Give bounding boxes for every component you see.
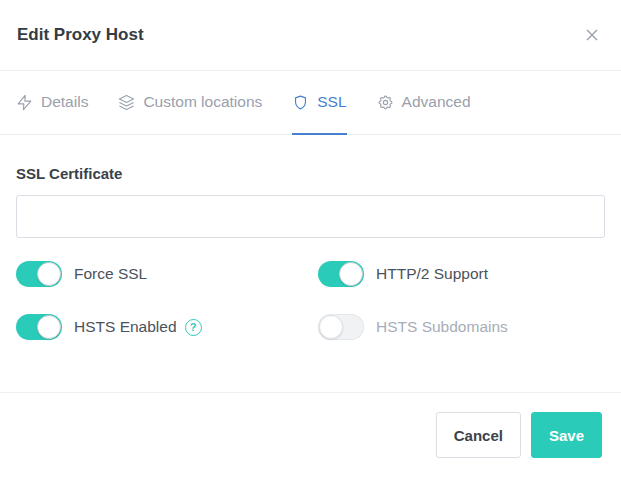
hsts-subdomains-toggle[interactable] — [318, 314, 364, 340]
hsts-enabled-row: HSTS Enabled ? — [16, 314, 318, 340]
toggle-knob — [319, 315, 343, 339]
tab-custom-locations[interactable]: Custom locations — [118, 71, 262, 135]
force-ssl-toggle[interactable] — [16, 261, 62, 287]
force-ssl-row: Force SSL — [16, 261, 318, 287]
save-button[interactable]: Save — [531, 412, 602, 458]
edit-proxy-host-modal: Edit Proxy Host Details — [0, 0, 621, 477]
hsts-subdomains-label: HSTS Subdomains — [376, 318, 508, 336]
modal-tabs: Details Custom locations SSL — [0, 71, 621, 135]
hsts-enabled-label: HSTS Enabled — [74, 318, 177, 336]
hsts-subdomains-row: HSTS Subdomains — [318, 314, 605, 340]
hsts-enabled-toggle[interactable] — [16, 314, 62, 340]
tab-label: SSL — [317, 93, 346, 111]
http2-support-label: HTTP/2 Support — [376, 265, 488, 283]
modal-footer: Cancel Save — [0, 392, 621, 477]
http2-support-toggle[interactable] — [318, 261, 364, 287]
tab-ssl[interactable]: SSL — [292, 71, 346, 135]
toggle-knob — [37, 262, 61, 286]
cancel-button[interactable]: Cancel — [436, 412, 521, 458]
bolt-icon — [16, 94, 33, 111]
tab-details[interactable]: Details — [16, 71, 88, 135]
tab-advanced[interactable]: Advanced — [377, 71, 471, 135]
http2-support-row: HTTP/2 Support — [318, 261, 605, 287]
layers-icon — [118, 94, 135, 111]
page-title: Edit Proxy Host — [17, 25, 144, 45]
modal-header: Edit Proxy Host — [0, 0, 621, 71]
tab-label: Advanced — [402, 93, 471, 111]
toggle-knob — [339, 262, 363, 286]
close-button[interactable] — [580, 23, 604, 47]
ssl-certificate-label: SSL Certificate — [16, 165, 605, 182]
force-ssl-label: Force SSL — [74, 265, 147, 283]
close-icon — [584, 27, 600, 43]
tab-label: Custom locations — [143, 93, 262, 111]
tab-label: Details — [41, 93, 88, 111]
gear-icon — [377, 94, 394, 111]
ssl-certificate-input[interactable] — [16, 195, 605, 238]
help-icon[interactable]: ? — [185, 319, 202, 336]
toggle-grid: Force SSL HTTP/2 Support HSTS Enabled ? … — [16, 261, 605, 340]
modal-body: SSL Certificate Force SSL HTTP/2 Support… — [0, 165, 621, 340]
shield-icon — [292, 94, 309, 111]
toggle-knob — [37, 315, 61, 339]
